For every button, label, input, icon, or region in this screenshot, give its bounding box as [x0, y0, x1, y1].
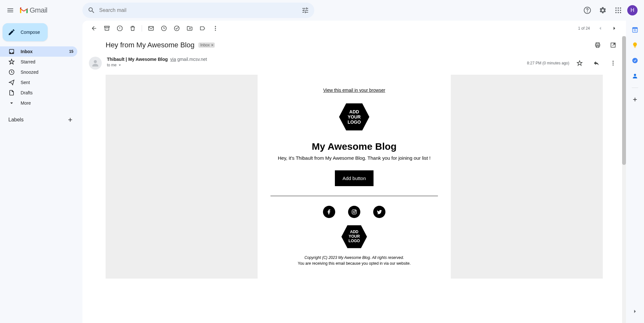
view-in-browser-link[interactable]: View this email in your browser	[264, 88, 444, 93]
snooze-button[interactable]	[157, 22, 170, 35]
mark-unread-button[interactable]	[145, 22, 157, 35]
search-icon	[88, 6, 95, 14]
support-button[interactable]	[581, 4, 594, 17]
left-sidebar: Compose Inbox 15 Starred Snoozed	[0, 21, 82, 323]
svg-point-26	[612, 64, 613, 65]
reply-button[interactable]	[590, 57, 603, 70]
facebook-link[interactable]	[323, 206, 335, 218]
settings-button[interactable]	[596, 4, 609, 17]
account-avatar[interactable]: H	[627, 5, 638, 15]
tasks-app[interactable]	[629, 54, 641, 67]
label-chip-text: Inbox	[200, 43, 210, 47]
inbox-label-chip[interactable]: Inbox ×	[198, 43, 215, 48]
chevron-left-icon	[597, 25, 603, 32]
apps-button[interactable]	[612, 4, 625, 17]
help-icon	[583, 6, 591, 14]
svg-point-23	[94, 60, 97, 63]
email-body: View this email in your browser ADD YOUR…	[106, 75, 603, 279]
svg-point-30	[355, 210, 356, 211]
labels-section-header: Labels	[0, 113, 82, 126]
nav-starred[interactable]: Starred	[0, 57, 77, 67]
search-button[interactable]	[85, 4, 98, 17]
sender-avatar[interactable]	[89, 57, 102, 70]
svg-point-15	[175, 26, 179, 31]
svg-point-29	[353, 211, 355, 213]
svg-point-9	[618, 12, 619, 13]
contacts-app[interactable]	[629, 70, 641, 82]
search-bar[interactable]	[82, 3, 314, 18]
add-task-icon	[174, 25, 180, 32]
hide-panel[interactable]	[629, 305, 641, 318]
app-header: Gmail H	[0, 0, 644, 21]
back-button[interactable]	[88, 22, 100, 35]
email-cta-button[interactable]: Add button	[335, 170, 374, 186]
nav-inbox[interactable]: Inbox 15	[0, 46, 77, 57]
subject-row: Hey from My Awesome Blog Inbox ×	[82, 36, 626, 54]
email-body-scroll[interactable]: View this email in your browser ADD YOUR…	[82, 75, 626, 291]
star-message-button[interactable]	[573, 57, 586, 70]
clock-icon	[161, 25, 167, 32]
toolbar-separator	[142, 25, 142, 32]
footer-logo-text-1: ADD	[348, 230, 360, 234]
message-more-button[interactable]	[607, 57, 620, 70]
nav-inbox-label: Inbox	[21, 49, 33, 54]
logo-placeholder: ADD YOUR LOGO	[338, 102, 370, 131]
facebook-icon	[326, 209, 332, 215]
gmail-logo[interactable]: Gmail	[18, 6, 47, 14]
open-new-icon	[610, 42, 616, 48]
keep-app[interactable]	[629, 39, 641, 52]
delete-button[interactable]	[126, 22, 139, 35]
svg-rect-12	[105, 26, 109, 27]
nav-snoozed[interactable]: Snoozed	[0, 67, 77, 77]
nav-snoozed-label: Snoozed	[21, 70, 38, 75]
message-toolbar: 1 of 24	[82, 21, 626, 36]
nav-drafts[interactable]: Drafts	[0, 88, 77, 98]
sender-line: Thibault | My Awesome Blog via gmail.mcs…	[107, 57, 527, 62]
get-addons[interactable]	[629, 93, 641, 106]
calendar-app[interactable]: 31	[629, 23, 641, 36]
move-to-button[interactable]	[183, 22, 196, 35]
compose-label: Compose	[21, 30, 40, 35]
pencil-icon	[8, 28, 15, 36]
side-panel: 31	[626, 21, 644, 323]
expand-recipients-icon	[117, 62, 122, 68]
scrollbar-thumb[interactable]	[622, 36, 626, 165]
inbox-count: 15	[69, 49, 73, 54]
add-label-button[interactable]	[66, 116, 74, 124]
nav-sent[interactable]: Sent	[0, 77, 77, 88]
compose-button[interactable]: Compose	[3, 23, 48, 41]
nav-more[interactable]: More	[0, 98, 77, 108]
svg-point-5	[615, 10, 617, 11]
email-subject: Hey from My Awesome Blog	[106, 41, 194, 49]
print-button[interactable]	[591, 39, 604, 52]
prev-button[interactable]	[594, 22, 607, 35]
labels-button[interactable]	[196, 22, 209, 35]
next-button[interactable]	[608, 22, 621, 35]
svg-point-1	[587, 12, 588, 12]
archive-button[interactable]	[100, 22, 113, 35]
apps-grid-icon	[614, 6, 622, 14]
chevron-down-icon	[8, 100, 15, 106]
rail-separator	[632, 88, 638, 88]
arrow-back-icon	[91, 25, 97, 32]
search-options-button[interactable]	[299, 4, 312, 17]
contacts-icon	[632, 73, 638, 79]
twitter-link[interactable]	[373, 206, 385, 218]
chevron-right-icon	[611, 25, 618, 32]
new-window-button[interactable]	[607, 39, 620, 52]
svg-point-25	[612, 62, 613, 63]
instagram-icon	[351, 209, 357, 215]
spam-button[interactable]	[113, 22, 126, 35]
plus-icon	[67, 117, 73, 123]
footer-logo-placeholder: ADD YOUR LOGO	[340, 224, 368, 249]
add-task-button[interactable]	[170, 22, 183, 35]
nav-sent-label: Sent	[21, 80, 30, 85]
more-actions-button[interactable]	[209, 22, 222, 35]
svg-point-3	[618, 7, 619, 9]
instagram-link[interactable]	[348, 206, 360, 218]
recipient-line[interactable]: to me	[107, 62, 527, 68]
via-domain: gmail.mcsv.net	[177, 57, 207, 62]
gear-icon	[599, 6, 607, 14]
search-input[interactable]	[98, 7, 299, 13]
main-menu-button[interactable]	[3, 3, 18, 18]
